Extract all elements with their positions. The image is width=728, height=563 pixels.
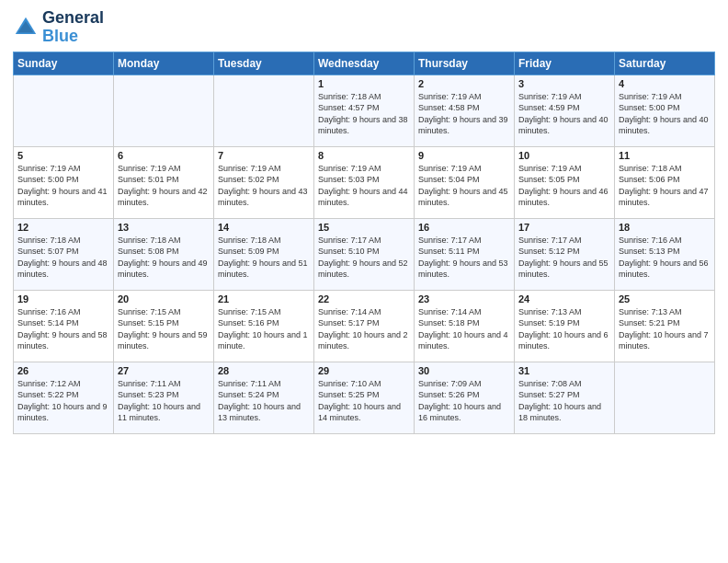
week-row-4: 19Sunrise: 7:16 AM Sunset: 5:14 PM Dayli…	[14, 290, 715, 362]
day-content: Sunrise: 7:13 AM Sunset: 5:21 PM Dayligh…	[619, 306, 711, 352]
day-content: Sunrise: 7:14 AM Sunset: 5:18 PM Dayligh…	[418, 306, 510, 352]
day-cell: 10Sunrise: 7:19 AM Sunset: 5:05 PM Dayli…	[515, 146, 615, 218]
day-number: 21	[218, 293, 310, 304]
page-header: General Blue	[13, 9, 715, 46]
header-cell-tuesday: Tuesday	[214, 52, 314, 75]
logo: General Blue	[13, 9, 104, 46]
day-number: 30	[418, 365, 510, 376]
day-content: Sunrise: 7:11 AM Sunset: 5:24 PM Dayligh…	[218, 378, 310, 424]
day-content: Sunrise: 7:18 AM Sunset: 4:57 PM Dayligh…	[318, 91, 410, 137]
day-content: Sunrise: 7:18 AM Sunset: 5:07 PM Dayligh…	[17, 235, 109, 281]
day-cell: 7Sunrise: 7:19 AM Sunset: 5:02 PM Daylig…	[214, 146, 314, 218]
header-cell-thursday: Thursday	[415, 52, 515, 75]
day-number: 11	[619, 150, 711, 161]
day-cell: 4Sunrise: 7:19 AM Sunset: 5:00 PM Daylig…	[615, 75, 715, 146]
day-content: Sunrise: 7:19 AM Sunset: 5:05 PM Dayligh…	[518, 163, 610, 209]
day-number: 23	[418, 293, 510, 304]
day-cell: 16Sunrise: 7:17 AM Sunset: 5:11 PM Dayli…	[415, 218, 515, 290]
day-content: Sunrise: 7:19 AM Sunset: 4:58 PM Dayligh…	[418, 91, 510, 137]
day-cell: 27Sunrise: 7:11 AM Sunset: 5:23 PM Dayli…	[114, 362, 214, 433]
day-number: 7	[218, 150, 310, 161]
header-row: SundayMondayTuesdayWednesdayThursdayFrid…	[14, 52, 715, 75]
day-cell: 8Sunrise: 7:19 AM Sunset: 5:03 PM Daylig…	[314, 146, 415, 218]
day-number: 31	[518, 365, 610, 376]
week-row-3: 12Sunrise: 7:18 AM Sunset: 5:07 PM Dayli…	[14, 218, 715, 290]
day-cell: 5Sunrise: 7:19 AM Sunset: 5:00 PM Daylig…	[14, 146, 114, 218]
day-content: Sunrise: 7:17 AM Sunset: 5:12 PM Dayligh…	[518, 235, 610, 281]
day-cell: 21Sunrise: 7:15 AM Sunset: 5:16 PM Dayli…	[214, 290, 314, 362]
header-cell-friday: Friday	[515, 52, 615, 75]
day-cell: 25Sunrise: 7:13 AM Sunset: 5:21 PM Dayli…	[615, 290, 715, 362]
day-cell	[615, 362, 715, 433]
header-cell-sunday: Sunday	[14, 52, 114, 75]
day-cell	[14, 75, 114, 146]
day-number: 5	[17, 150, 109, 161]
logo-text: General Blue	[42, 9, 104, 46]
day-number: 19	[17, 293, 109, 304]
day-cell: 28Sunrise: 7:11 AM Sunset: 5:24 PM Dayli…	[214, 362, 314, 433]
day-number: 2	[418, 78, 510, 89]
day-number: 10	[518, 150, 610, 161]
day-cell: 6Sunrise: 7:19 AM Sunset: 5:01 PM Daylig…	[114, 146, 214, 218]
day-number: 15	[318, 222, 410, 233]
day-number: 27	[118, 365, 210, 376]
header-cell-monday: Monday	[114, 52, 214, 75]
day-cell: 20Sunrise: 7:15 AM Sunset: 5:15 PM Dayli…	[114, 290, 214, 362]
day-content: Sunrise: 7:19 AM Sunset: 5:01 PM Dayligh…	[118, 163, 210, 209]
day-content: Sunrise: 7:12 AM Sunset: 5:22 PM Dayligh…	[17, 378, 109, 424]
header-cell-wednesday: Wednesday	[314, 52, 415, 75]
day-number: 1	[318, 78, 410, 89]
day-content: Sunrise: 7:19 AM Sunset: 4:59 PM Dayligh…	[518, 91, 610, 137]
day-content: Sunrise: 7:18 AM Sunset: 5:08 PM Dayligh…	[118, 235, 210, 281]
day-content: Sunrise: 7:09 AM Sunset: 5:26 PM Dayligh…	[418, 378, 510, 424]
header-cell-saturday: Saturday	[615, 52, 715, 75]
week-row-1: 1Sunrise: 7:18 AM Sunset: 4:57 PM Daylig…	[14, 75, 715, 146]
day-content: Sunrise: 7:18 AM Sunset: 5:09 PM Dayligh…	[218, 235, 310, 281]
day-content: Sunrise: 7:16 AM Sunset: 5:13 PM Dayligh…	[619, 235, 711, 281]
day-cell: 29Sunrise: 7:10 AM Sunset: 5:25 PM Dayli…	[314, 362, 415, 433]
day-content: Sunrise: 7:13 AM Sunset: 5:19 PM Dayligh…	[518, 306, 610, 352]
day-cell: 15Sunrise: 7:17 AM Sunset: 5:10 PM Dayli…	[314, 218, 415, 290]
week-row-2: 5Sunrise: 7:19 AM Sunset: 5:00 PM Daylig…	[14, 146, 715, 218]
day-number: 16	[418, 222, 510, 233]
day-content: Sunrise: 7:15 AM Sunset: 5:15 PM Dayligh…	[118, 306, 210, 352]
day-number: 12	[17, 222, 109, 233]
day-cell: 18Sunrise: 7:16 AM Sunset: 5:13 PM Dayli…	[615, 218, 715, 290]
day-content: Sunrise: 7:19 AM Sunset: 5:03 PM Dayligh…	[318, 163, 410, 209]
day-number: 24	[518, 293, 610, 304]
day-cell: 24Sunrise: 7:13 AM Sunset: 5:19 PM Dayli…	[515, 290, 615, 362]
day-content: Sunrise: 7:08 AM Sunset: 5:27 PM Dayligh…	[518, 378, 610, 424]
day-cell: 12Sunrise: 7:18 AM Sunset: 5:07 PM Dayli…	[14, 218, 114, 290]
day-content: Sunrise: 7:10 AM Sunset: 5:25 PM Dayligh…	[318, 378, 410, 424]
day-number: 8	[318, 150, 410, 161]
day-cell: 1Sunrise: 7:18 AM Sunset: 4:57 PM Daylig…	[314, 75, 415, 146]
day-cell: 30Sunrise: 7:09 AM Sunset: 5:26 PM Dayli…	[415, 362, 515, 433]
day-number: 25	[619, 293, 711, 304]
day-content: Sunrise: 7:19 AM Sunset: 5:04 PM Dayligh…	[418, 163, 510, 209]
day-cell: 9Sunrise: 7:19 AM Sunset: 5:04 PM Daylig…	[415, 146, 515, 218]
day-cell: 26Sunrise: 7:12 AM Sunset: 5:22 PM Dayli…	[14, 362, 114, 433]
day-content: Sunrise: 7:16 AM Sunset: 5:14 PM Dayligh…	[17, 306, 109, 352]
calendar-table: SundayMondayTuesdayWednesdayThursdayFrid…	[13, 52, 715, 434]
day-cell: 23Sunrise: 7:14 AM Sunset: 5:18 PM Dayli…	[415, 290, 515, 362]
day-content: Sunrise: 7:17 AM Sunset: 5:11 PM Dayligh…	[418, 235, 510, 281]
day-cell	[214, 75, 314, 146]
day-number: 17	[518, 222, 610, 233]
day-cell: 11Sunrise: 7:18 AM Sunset: 5:06 PM Dayli…	[615, 146, 715, 218]
day-number: 28	[218, 365, 310, 376]
day-number: 18	[619, 222, 711, 233]
day-number: 6	[118, 150, 210, 161]
week-row-5: 26Sunrise: 7:12 AM Sunset: 5:22 PM Dayli…	[14, 362, 715, 433]
day-number: 22	[318, 293, 410, 304]
day-cell: 2Sunrise: 7:19 AM Sunset: 4:58 PM Daylig…	[415, 75, 515, 146]
day-content: Sunrise: 7:15 AM Sunset: 5:16 PM Dayligh…	[218, 306, 310, 352]
day-number: 4	[619, 78, 711, 89]
day-content: Sunrise: 7:14 AM Sunset: 5:17 PM Dayligh…	[318, 306, 410, 352]
day-content: Sunrise: 7:19 AM Sunset: 5:00 PM Dayligh…	[619, 91, 711, 137]
day-cell: 31Sunrise: 7:08 AM Sunset: 5:27 PM Dayli…	[515, 362, 615, 433]
day-content: Sunrise: 7:11 AM Sunset: 5:23 PM Dayligh…	[118, 378, 210, 424]
day-content: Sunrise: 7:17 AM Sunset: 5:10 PM Dayligh…	[318, 235, 410, 281]
day-content: Sunrise: 7:18 AM Sunset: 5:06 PM Dayligh…	[619, 163, 711, 209]
day-cell	[114, 75, 214, 146]
day-number: 26	[17, 365, 109, 376]
